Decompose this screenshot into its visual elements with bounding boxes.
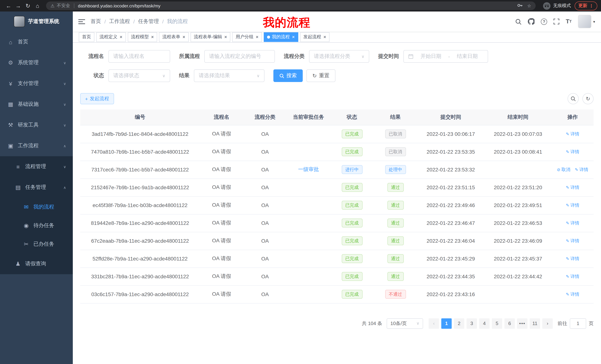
breadcrumb-workflow[interactable]: 工作流程 [109,18,130,25]
cancel-link[interactable]: ⊘取消 [557,167,570,173]
close-icon[interactable]: × [323,35,326,39]
close-icon[interactable]: × [224,35,227,39]
back-icon[interactable]: ← [4,1,13,10]
tab-我的流程[interactable]: 我的流程× [264,32,298,42]
tab-流程模型[interactable]: 流程模型× [128,32,157,42]
category-select[interactable]: 请选择流程分类 ∨ [309,50,369,63]
update-button[interactable]: 更新 ⋮ [575,1,597,10]
sidebar-item-workflow[interactable]: ▣工作流程∧ [0,135,73,156]
page-11-button[interactable]: 11 [530,318,540,329]
actions-cell: ✎详情 [551,214,594,232]
font-size-icon[interactable]: TT [566,19,572,25]
next-page-button[interactable]: › [542,318,553,329]
sidebar-item-leave-query[interactable]: ♟请假查询 [0,253,73,274]
detail-link[interactable]: ✎详情 [566,202,579,209]
definition-input[interactable]: 请输入流程定义的编号 [204,50,275,63]
tab-流程表单[interactable]: 流程表单× [159,32,189,42]
tab-流程表单-编辑[interactable]: 流程表单-编辑× [190,32,230,42]
detail-link[interactable]: ✎详情 [566,256,579,262]
close-icon[interactable]: × [292,35,295,39]
page-2-button[interactable]: 2 [454,318,464,329]
detail-link[interactable]: ✎详情 [566,131,579,137]
pages-ellipsis[interactable]: ••• [517,318,527,329]
tab-流程定义[interactable]: 流程定义× [96,32,126,42]
sidebar-item-my-process[interactable]: ✉我的流程 [0,198,73,216]
current-task-link[interactable]: 一级审批 [298,166,319,172]
forward-icon[interactable]: → [13,1,23,10]
process-name-input[interactable]: 请输入流程名 [109,50,170,63]
result-cell: 不通过 [374,285,417,303]
detail-link[interactable]: ✎详情 [566,184,579,191]
search-icon[interactable] [515,18,521,25]
sidebar-item-dev-tools[interactable]: ⚒研发工具∨ [0,115,73,135]
breadcrumb-home[interactable]: 首页 [91,18,101,25]
end-time-cell [484,285,551,303]
hamburger-icon[interactable] [73,19,91,24]
current-task-cell [287,214,330,232]
definition-label: 所属流程 [179,53,200,60]
breadcrumb-task-mgmt[interactable]: 任务管理 [138,18,159,25]
submit-time-range-input[interactable]: 开始日期 - 结束日期 [403,50,488,63]
close-icon[interactable]: × [151,35,154,39]
close-icon[interactable]: × [182,35,185,39]
page-5-button[interactable]: 5 [492,318,502,329]
page-size-select[interactable]: 10条/页 ∨ [387,318,423,329]
fullscreen-icon[interactable] [553,19,559,25]
edit-icon: ✎ [566,292,569,297]
detail-link[interactable]: ✎详情 [566,238,579,244]
sidebar-item-todo-tasks[interactable]: ◉待办任务 [0,216,73,235]
sidebar-item-system[interactable]: ⚙系统管理∨ [0,52,73,73]
menu-dots-icon[interactable]: ⋮ [589,3,594,8]
actions-cell: ✎详情 [551,179,594,196]
github-icon[interactable] [528,18,534,25]
key-icon[interactable] [517,2,523,9]
sidebar-item-done-tasks[interactable]: ✂已办任务 [0,235,73,253]
help-icon[interactable]: ? [541,18,547,25]
tab-首页[interactable]: 首页 [79,32,94,42]
chevron-down-icon: ∨ [162,73,165,78]
status-tag: 已完成 [341,219,362,228]
refresh-table-button[interactable]: ↻ [582,93,594,104]
page-1-button[interactable]: 1 [441,318,452,329]
chevron-down-icon: ∨ [63,61,66,65]
process-table: 编号流程名流程分类当前审批任务状态结果提交时间结束时间操作 3ad174fb-7… [73,104,601,303]
page-3-button[interactable]: 3 [467,318,477,329]
security-label: 不安全 [57,3,70,9]
tab-发起流程[interactable]: 发起流程× [300,32,330,42]
detail-link[interactable]: ✎详情 [566,149,579,155]
detail-link[interactable]: ✎详情 [566,273,579,280]
category-cell: OA [243,196,287,214]
avatar[interactable] [578,15,591,28]
status-cell: 已完成 [330,250,374,268]
result-select[interactable]: 请选择流结果 ∨ [194,69,264,82]
sidebar-item-infrastructure[interactable]: ▦基础设施∨ [0,94,73,115]
tab-label: 发起流程 [303,34,321,40]
close-icon[interactable]: × [256,35,259,39]
process-name-cell: OA 请假 [200,250,243,268]
browser-home-icon[interactable]: ⌂ [33,1,42,10]
bookmark-star-icon[interactable]: ☆ [527,3,531,8]
prev-page-button[interactable]: ‹ [429,318,439,329]
sidebar-item-task-mgmt[interactable]: ▤任务管理∧ [0,177,73,198]
detail-link[interactable]: ✎详情 [566,291,579,297]
definition-placeholder: 请输入流程定义的编号 [209,53,261,60]
status-cell: 已完成 [330,214,374,232]
sidebar-item-process-mgmt[interactable]: ≡流程管理∨ [0,156,73,177]
status-select[interactable]: 请选择状态 ∨ [109,69,170,82]
sidebar-item-payment[interactable]: ¥支付管理∨ [0,73,73,94]
page-4-button[interactable]: 4 [479,318,490,329]
toggle-search-button[interactable] [568,93,579,104]
reload-icon[interactable]: ↻ [23,1,33,10]
reset-button[interactable]: ↻ 重置 [306,69,335,82]
detail-link[interactable]: ✎详情 [566,220,579,226]
tab-用户分组[interactable]: 用户分组× [232,32,262,42]
start-process-button[interactable]: + 发起流程 [80,93,114,104]
sidebar-item-home[interactable]: ⌂首页 [0,31,73,52]
close-icon[interactable]: × [120,35,122,39]
page-6-button[interactable]: 6 [504,318,515,329]
url-bar[interactable]: ⚠ 不安全 dashboard.yudao.iocoder.cn/bpm/tas… [46,1,536,10]
goto-page-input[interactable]: 1 [570,318,586,329]
user-menu[interactable]: ▾ [578,15,595,28]
search-button[interactable]: 搜索 [273,69,303,82]
detail-link[interactable]: ✎详情 [575,167,588,173]
